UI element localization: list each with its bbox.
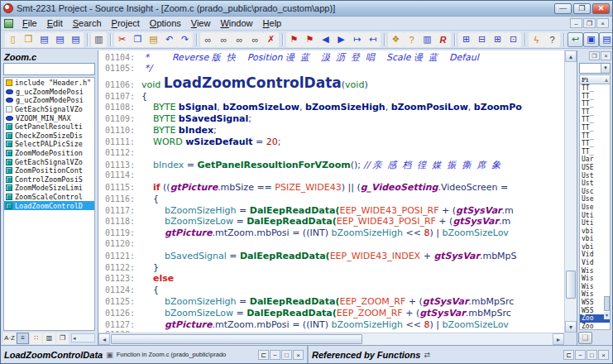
- code-line[interactable]: 01117: bZoomSizeHigh = DalEepReadData(EE…: [105, 205, 564, 217]
- right-dock-button[interactable]: ⊏: [563, 350, 574, 360]
- symbol-item[interactable]: GetEachSignalVZo: [4, 105, 94, 114]
- chevron-down-icon[interactable]: ▾: [601, 64, 610, 73]
- jump-from-link-icon[interactable]: ↤: [365, 32, 381, 47]
- menu-item-file[interactable]: File: [17, 17, 42, 29]
- save-icon[interactable]: ▤: [36, 32, 52, 47]
- file-row[interactable]: Vid: [580, 251, 610, 259]
- symbol-item[interactable]: VZOOM_MIN_MAX: [4, 113, 94, 122]
- symbol-item[interactable]: ZoomModePosition: [4, 149, 94, 158]
- replace-icon[interactable]: ✗: [263, 32, 279, 47]
- sort-alpha-icon[interactable]: A·Z: [3, 333, 16, 344]
- symbol-item[interactable]: GetPanelResoulti: [4, 122, 94, 132]
- right-maximize-button[interactable]: □: [587, 350, 597, 360]
- document-icon[interactable]: [4, 19, 13, 28]
- code-line[interactable]: 01122: }: [105, 262, 564, 274]
- file-row[interactable]: TT_: [580, 132, 610, 141]
- vscroll-thumb[interactable]: [566, 271, 576, 299]
- minimize-button[interactable]: —: [554, 3, 572, 14]
- restore-button[interactable]: ❐: [573, 3, 591, 14]
- code-line[interactable]: 01127: gtPicture.mtZoom.mbPosi = ((INT) …: [105, 319, 564, 331]
- file-row[interactable]: Use: [580, 195, 610, 204]
- context-window-icon[interactable]: ?: [404, 32, 419, 47]
- file-row[interactable]: Wis: [580, 275, 610, 283]
- code-line[interactable]: 01126: bZoomSizeLow = DalEepReadData(EEP…: [105, 308, 564, 319]
- file-row[interactable]: TT_: [580, 93, 610, 101]
- code-line[interactable]: 01124: {: [105, 285, 564, 296]
- menu-item-search[interactable]: Search: [68, 17, 107, 29]
- print-icon[interactable]: ▥: [91, 32, 107, 47]
- help-pointer-icon[interactable]: ?: [544, 32, 560, 47]
- menu-item-project[interactable]: Project: [107, 17, 145, 29]
- symbol-colors-icon[interactable]: ∷: [30, 333, 42, 344]
- title-bar[interactable]: Smt-2231 Project - Source Insight - [Zoo…: [1, 1, 612, 17]
- code-line[interactable]: 01110: BYTE bIndex;: [105, 125, 564, 136]
- browse-project-symbols-icon[interactable]: ▥: [419, 32, 435, 47]
- code-editor[interactable]: 01104: * Reverse 版 快 Position 谩 蓝 汲 沥 登 …: [98, 50, 577, 345]
- code-line[interactable]: 01111: WORD wSizeDefault = 20;: [105, 136, 564, 148]
- file-row[interactable]: Wis: [580, 267, 610, 275]
- code-line[interactable]: 01105: */: [105, 63, 564, 74]
- symbol-window-icon[interactable]: ❖: [388, 32, 404, 47]
- file-row[interactable]: Usc: [580, 188, 610, 196]
- left-dock-button[interactable]: ⊏: [258, 350, 269, 360]
- menu-item-help[interactable]: Help: [258, 17, 287, 29]
- file-row[interactable]: TT_: [580, 116, 610, 124]
- find-next-icon[interactable]: ∞: [216, 32, 232, 47]
- file-row[interactable]: Use: [580, 204, 610, 212]
- symbol-item[interactable]: ControlZoomPosiS: [4, 175, 94, 184]
- file-row[interactable]: TT_: [580, 124, 610, 132]
- editor-vscrollbar[interactable]: ▴ ▾: [564, 50, 577, 333]
- paste-icon[interactable]: ▤: [146, 32, 161, 47]
- code-line[interactable]: 01106:void LoadZoomControlData(void): [105, 74, 564, 91]
- redo-icon[interactable]: ↷: [177, 32, 193, 47]
- scroll-down-icon[interactable]: ▾: [565, 321, 577, 333]
- code-line[interactable]: 01109: BYTE bSavedSignal;: [105, 113, 564, 125]
- close-button[interactable]: ✕: [592, 3, 610, 14]
- right-close-button[interactable]: ×: [598, 350, 609, 360]
- symbol-item[interactable]: g_ucZoomModePosi: [4, 88, 94, 97]
- symbol-item[interactable]: include "Header.h": [4, 79, 94, 88]
- symbol-item[interactable]: CheckZoomSizeDis: [4, 132, 94, 141]
- go-forward-icon[interactable]: ▶: [333, 32, 349, 47]
- menu-item-edit[interactable]: Edit: [42, 17, 68, 29]
- menu-item-view[interactable]: View: [186, 17, 216, 29]
- code-line[interactable]: 01125: bZoomSizeHigh = DalEepReadData(EE…: [105, 296, 564, 308]
- filelist-close-button[interactable]: ×: [601, 51, 611, 60]
- code-line[interactable]: 01107:{: [105, 91, 564, 103]
- sync-window-icon[interactable]: ↩: [568, 32, 583, 47]
- find-icon[interactable]: ∞: [200, 32, 216, 47]
- menu-item-window[interactable]: Window: [215, 17, 257, 29]
- symbol-item[interactable]: SelectPALPicSize: [4, 140, 94, 149]
- left-maximize-button[interactable]: □: [281, 350, 292, 360]
- file-row[interactable]: TT_: [580, 108, 610, 117]
- relation-window-icon[interactable]: R: [435, 32, 451, 47]
- code-line[interactable]: 01121: bSavedSignal = DalEepReadData(EEP…: [105, 251, 564, 262]
- scroll-left-icon[interactable]: ◂: [98, 333, 110, 345]
- symbol-properties-icon[interactable]: ❐: [56, 333, 69, 344]
- left-minimize-button[interactable]: −: [270, 350, 280, 360]
- file-row[interactable]: Uar: [580, 156, 610, 164]
- file-row[interactable]: TT_: [580, 84, 610, 93]
- symbol-item[interactable]: ZoomScaleControl: [4, 193, 94, 202]
- scroll-left-icon[interactable]: ◂: [72, 335, 77, 342]
- symbol-item[interactable]: LoadZoomControlD: [4, 201, 94, 210]
- code-line[interactable]: 01108: BYTE bSignal, bZoomSizeLow, bZoom…: [105, 102, 564, 113]
- open-file-button[interactable]: ❏: [578, 332, 592, 344]
- right-minimize-button[interactable]: −: [575, 350, 586, 360]
- mdi-restore-button[interactable]: ❐: [583, 18, 596, 28]
- window-tile-horizontal-icon[interactable]: ⊟: [474, 32, 490, 47]
- code-line[interactable]: 01123: else: [105, 273, 564, 285]
- file-row[interactable]: Uti: [580, 219, 610, 228]
- undo-icon[interactable]: ↶: [161, 32, 177, 47]
- file-row[interactable]: Uti: [580, 212, 610, 220]
- code-line[interactable]: 01104: * Reverse 版 快 Position 谩 蓝 汲 沥 登 …: [105, 51, 564, 63]
- open-file-icon[interactable]: ❒: [21, 32, 36, 47]
- left-close-button[interactable]: ×: [293, 350, 304, 360]
- save-all-icon[interactable]: ▤: [68, 32, 84, 47]
- code-line[interactable]: 01113: bIndex = GetPanelResoultionForVZo…: [105, 159, 564, 170]
- symbol-filter-input[interactable]: [3, 63, 95, 75]
- save-as-icon[interactable]: ▤: [52, 32, 68, 47]
- clear-bookmark-icon[interactable]: ⚑: [302, 32, 318, 47]
- file-row[interactable]: vbi: [580, 235, 610, 243]
- cut-icon[interactable]: ✂: [114, 32, 130, 47]
